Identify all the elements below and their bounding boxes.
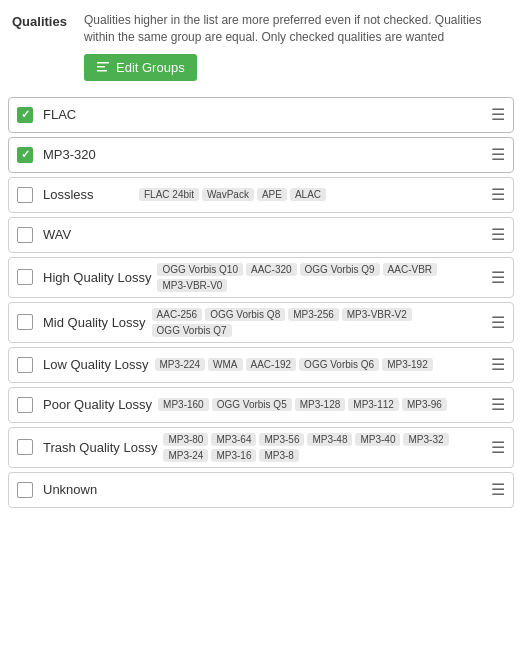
quality-name-lossless: Lossless <box>43 187 133 202</box>
quality-row-mid-quality-lossy: Mid Quality LossyAAC-256OGG Vorbis Q8MP3… <box>8 302 514 343</box>
tag: APE <box>257 188 287 201</box>
tag: ALAC <box>290 188 326 201</box>
svg-rect-2 <box>97 70 107 72</box>
checkbox-high-quality-lossy[interactable] <box>17 269 33 285</box>
quality-menu-wav[interactable]: ☰ <box>483 225 505 244</box>
checkbox-unknown[interactable] <box>17 482 33 498</box>
tag: OGG Vorbis Q6 <box>299 358 379 371</box>
quality-row-mp3-320: MP3-320☰ <box>8 137 514 173</box>
tag: WavPack <box>202 188 254 201</box>
tag: MP3-112 <box>348 398 399 411</box>
quality-name-unknown: Unknown <box>43 482 133 497</box>
checkbox-mid-quality-lossy[interactable] <box>17 314 33 330</box>
tag: MP3-VBR-V0 <box>157 279 227 292</box>
edit-groups-label: Edit Groups <box>116 60 185 75</box>
quality-menu-mid-quality-lossy[interactable]: ☰ <box>483 313 505 332</box>
tag: MP3-224 <box>155 358 206 371</box>
quality-tags-trash-quality-lossy: MP3-80MP3-64MP3-56MP3-48MP3-40MP3-32MP3-… <box>163 433 483 462</box>
tag: MP3-48 <box>307 433 352 446</box>
quality-row-unknown: Unknown☰ <box>8 472 514 508</box>
tag: MP3-40 <box>355 433 400 446</box>
quality-menu-low-quality-lossy[interactable]: ☰ <box>483 355 505 374</box>
tag: MP3-64 <box>211 433 256 446</box>
quality-menu-flac[interactable]: ☰ <box>483 105 505 124</box>
svg-rect-1 <box>97 66 105 68</box>
quality-tags-lossless: FLAC 24bitWavPackAPEALAC <box>139 188 483 201</box>
quality-name-low-quality-lossy: Low Quality Lossy <box>43 357 149 372</box>
quality-list: FLAC☰MP3-320☰LosslessFLAC 24bitWavPackAP… <box>0 97 522 512</box>
edit-groups-icon <box>96 60 110 74</box>
tag: MP3-256 <box>288 308 339 321</box>
tag: MP3-192 <box>382 358 433 371</box>
quality-menu-unknown[interactable]: ☰ <box>483 480 505 499</box>
quality-name-high-quality-lossy: High Quality Lossy <box>43 270 151 285</box>
checkbox-mp3-320[interactable] <box>17 147 33 163</box>
tag: MP3-56 <box>259 433 304 446</box>
quality-menu-lossless[interactable]: ☰ <box>483 185 505 204</box>
qualities-label: Qualities <box>12 12 72 81</box>
quality-name-flac: FLAC <box>43 107 133 122</box>
quality-menu-poor-quality-lossy[interactable]: ☰ <box>483 395 505 414</box>
tag: MP3-80 <box>163 433 208 446</box>
checkbox-flac[interactable] <box>17 107 33 123</box>
tag: MP3-VBR-V2 <box>342 308 412 321</box>
tag: OGG Vorbis Q9 <box>300 263 380 276</box>
quality-row-wav: WAV☰ <box>8 217 514 253</box>
tag: MP3-160 <box>158 398 209 411</box>
tag: MP3-128 <box>295 398 346 411</box>
qualities-description: Qualities higher in the list are more pr… <box>84 12 510 46</box>
quality-tags-poor-quality-lossy: MP3-160OGG Vorbis Q5MP3-128MP3-112MP3-96 <box>158 398 483 411</box>
quality-row-high-quality-lossy: High Quality LossyOGG Vorbis Q10AAC-320O… <box>8 257 514 298</box>
checkbox-wav[interactable] <box>17 227 33 243</box>
tag: OGG Vorbis Q10 <box>157 263 243 276</box>
tag: AAC-256 <box>152 308 203 321</box>
quality-menu-trash-quality-lossy[interactable]: ☰ <box>483 438 505 457</box>
quality-name-mid-quality-lossy: Mid Quality Lossy <box>43 315 146 330</box>
quality-name-wav: WAV <box>43 227 133 242</box>
tag: FLAC 24bit <box>139 188 199 201</box>
tag: MP3-8 <box>259 449 298 462</box>
quality-name-poor-quality-lossy: Poor Quality Lossy <box>43 397 152 412</box>
tag: OGG Vorbis Q7 <box>152 324 232 337</box>
checkbox-trash-quality-lossy[interactable] <box>17 439 33 455</box>
quality-menu-high-quality-lossy[interactable]: ☰ <box>483 268 505 287</box>
quality-row-trash-quality-lossy: Trash Quality LossyMP3-80MP3-64MP3-56MP3… <box>8 427 514 468</box>
edit-groups-button[interactable]: Edit Groups <box>84 54 197 81</box>
quality-name-trash-quality-lossy: Trash Quality Lossy <box>43 440 157 455</box>
quality-row-poor-quality-lossy: Poor Quality LossyMP3-160OGG Vorbis Q5MP… <box>8 387 514 423</box>
tag: OGG Vorbis Q8 <box>205 308 285 321</box>
tag: AAC-320 <box>246 263 297 276</box>
quality-row-lossless: LosslessFLAC 24bitWavPackAPEALAC☰ <box>8 177 514 213</box>
quality-tags-high-quality-lossy: OGG Vorbis Q10AAC-320OGG Vorbis Q9AAC-VB… <box>157 263 483 292</box>
tag: MP3-32 <box>403 433 448 446</box>
tag: MP3-24 <box>163 449 208 462</box>
checkbox-lossless[interactable] <box>17 187 33 203</box>
tag: OGG Vorbis Q5 <box>212 398 292 411</box>
quality-name-mp3-320: MP3-320 <box>43 147 133 162</box>
tag: MP3-16 <box>211 449 256 462</box>
quality-row-flac: FLAC☰ <box>8 97 514 133</box>
checkbox-poor-quality-lossy[interactable] <box>17 397 33 413</box>
tag: AAC-VBR <box>383 263 437 276</box>
tag: MP3-96 <box>402 398 447 411</box>
quality-tags-mid-quality-lossy: AAC-256OGG Vorbis Q8MP3-256MP3-VBR-V2OGG… <box>152 308 483 337</box>
checkbox-low-quality-lossy[interactable] <box>17 357 33 373</box>
qualities-header: Qualities Qualities higher in the list a… <box>0 12 522 97</box>
quality-tags-low-quality-lossy: MP3-224WMAAAC-192OGG Vorbis Q6MP3-192 <box>155 358 484 371</box>
svg-rect-0 <box>97 62 109 64</box>
tag: WMA <box>208 358 242 371</box>
quality-menu-mp3-320[interactable]: ☰ <box>483 145 505 164</box>
quality-row-low-quality-lossy: Low Quality LossyMP3-224WMAAAC-192OGG Vo… <box>8 347 514 383</box>
tag: AAC-192 <box>246 358 297 371</box>
